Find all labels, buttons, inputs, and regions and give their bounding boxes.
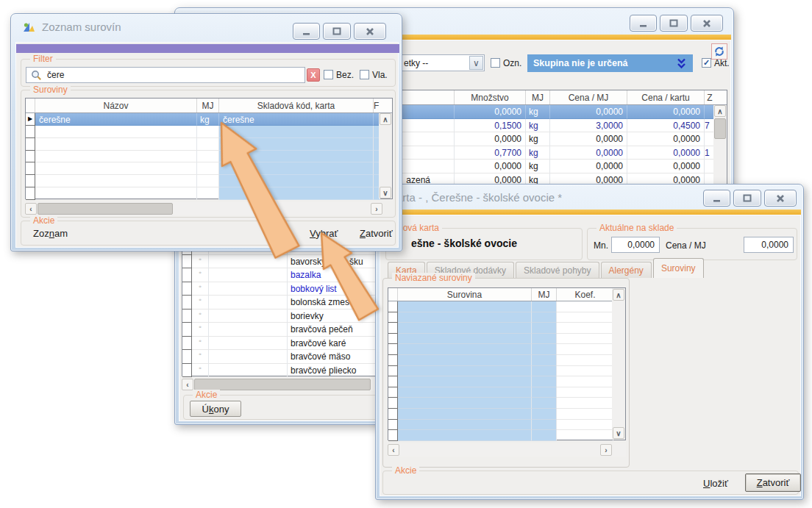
col-nazov[interactable]: Názov — [35, 99, 197, 112]
close-icon — [775, 193, 786, 204]
col-cena-kartu[interactable]: Cena / kartu — [627, 90, 705, 104]
akt-checkbox[interactable]: ✓ — [702, 58, 711, 68]
cell-cena-kartu: 0,4500 — [627, 119, 705, 133]
bullet-icon: ◦ — [192, 350, 209, 364]
col-skladova[interactable]: Skladová kód, karta — [219, 99, 374, 112]
linked-ingredients-group: Naviazané suroviny Surovina MJ Koef. — [382, 278, 630, 468]
cell-cena-mj: 0,0000 — [550, 132, 627, 146]
scroll-up-icon[interactable]: ∧ — [380, 113, 391, 125]
cell-mj: kg — [526, 132, 550, 146]
scrollbar-thumb[interactable] — [38, 203, 173, 215]
filter-search-input[interactable]: čere — [26, 67, 305, 83]
scroll-down-icon[interactable]: ∨ — [380, 187, 391, 198]
scrollbar-thumb[interactable] — [194, 379, 371, 390]
close-icon — [365, 26, 375, 37]
cena-mj-input[interactable]: 0,0000 — [744, 237, 794, 253]
bullet-icon: ◦ — [192, 268, 209, 282]
close-button[interactable] — [764, 190, 797, 207]
cell-cena-kartu: 0,0000 — [627, 160, 705, 173]
table-row-selected[interactable]: ▶ čerešne kg čerešne — [26, 113, 392, 126]
close-window-button[interactable]: Zatvoriť — [745, 473, 801, 492]
filter-group: Filter čere X Bez. Vla. — [21, 59, 396, 87]
scroll-right-icon[interactable]: › — [600, 444, 612, 456]
stock-group: Aktuálne na sklade Mn. 0,0000 Cena / MJ … — [587, 228, 797, 260]
double-chevron-down-icon — [677, 58, 686, 69]
bullet-icon: ◦ — [192, 255, 209, 269]
scroll-left-icon[interactable]: ‹ — [25, 203, 37, 215]
bullet-icon: ◦ — [192, 296, 209, 310]
bez-checkbox[interactable] — [324, 70, 333, 79]
refresh-button[interactable] — [711, 43, 727, 60]
bullet-icon: ◦ — [192, 337, 209, 351]
cell-mnozstvo: 0,7700 — [455, 146, 526, 160]
tab-skladove-pohyby[interactable]: Skladové pohyby — [516, 262, 599, 278]
actions-group: Akcie Uložiť Zatvoriť — [382, 471, 799, 495]
actions-group-label: Akcie — [392, 465, 419, 476]
cell-cena-mj: 0,0000 — [550, 160, 627, 173]
close-button[interactable] — [354, 23, 386, 40]
cell-cena-mj: 0,0000 — [550, 105, 627, 119]
vla-checkbox[interactable] — [360, 70, 369, 79]
close-icon — [702, 18, 712, 29]
col-mj[interactable]: MJ — [526, 90, 550, 104]
combobox-value: etky -- — [404, 58, 428, 68]
scrollbar-thumb[interactable] — [714, 118, 726, 139]
maximize-button[interactable] — [323, 23, 351, 40]
scroll-up-icon[interactable]: ∧ — [613, 289, 624, 301]
maximize-button[interactable] — [660, 15, 688, 32]
window-stock-card-detail: arta - , Čerešne - školské ovocie * dová… — [375, 184, 804, 500]
close-list-button[interactable]: Zatvoriť — [360, 228, 393, 239]
minimize-icon — [712, 193, 722, 204]
clear-filter-button[interactable]: X — [307, 68, 320, 82]
zoznam-button[interactable]: Zoznam — [33, 228, 68, 239]
col-surovina[interactable]: Surovina — [398, 288, 532, 301]
horizontal-scrollbar[interactable]: ‹ › — [25, 202, 382, 215]
group-selector-field[interactable]: Skupina nie je určená — [527, 54, 693, 72]
tab-alergeny[interactable]: Alergény — [601, 262, 652, 278]
combobox-arrow-icon[interactable]: ∨ — [469, 56, 483, 70]
group-selector-value: Skupina nie je určená — [533, 58, 628, 68]
grid-header: Názov MJ Skladová kód, karta F — [26, 99, 392, 113]
app-icon — [22, 21, 36, 35]
minimize-button[interactable] — [703, 190, 730, 207]
orange-accent-bar — [380, 210, 801, 215]
titlebar: arta - , Čerešne - školské ovocie * — [376, 185, 803, 211]
cell-cena-kartu: 0,0000 — [627, 132, 705, 146]
card-group: dová karta ešne - školské ovocie — [385, 228, 583, 260]
vertical-scrollbar[interactable]: ∧ ∨ — [612, 288, 625, 440]
col-mj[interactable]: MJ — [197, 99, 219, 112]
scroll-up-icon[interactable]: ∧ — [714, 105, 726, 117]
cell-mj: kg — [526, 119, 550, 133]
check-icon: ✓ — [703, 58, 710, 67]
maximize-button[interactable] — [733, 190, 761, 207]
close-button[interactable] — [691, 15, 723, 32]
mn-input[interactable]: 0,0000 — [611, 237, 660, 253]
group-filter-combobox[interactable]: etky -- ∨ — [400, 54, 485, 71]
col-koef[interactable]: Koef. — [557, 288, 613, 301]
col-cena-mj[interactable]: Cena / MJ — [550, 90, 627, 104]
scroll-left-icon[interactable]: ‹ — [388, 444, 399, 456]
col-mnozstvo[interactable]: Množstvo — [455, 90, 526, 104]
ozn-checkbox[interactable] — [491, 58, 500, 68]
col-partial[interactable]: F — [374, 99, 380, 112]
cell-cena-kartu: 0,0000 — [627, 146, 705, 160]
bez-checkbox-label: Bez. — [336, 70, 354, 80]
scroll-left-icon[interactable]: ‹ — [182, 379, 193, 390]
horizontal-scrollbar[interactable]: ‹ › — [388, 443, 626, 457]
col-z[interactable]: Z — [705, 90, 715, 104]
refresh-icon — [713, 46, 725, 57]
col-mj[interactable]: MJ — [532, 288, 557, 301]
grid-header: Surovina MJ Koef. — [388, 288, 625, 301]
scroll-down-icon[interactable]: ∨ — [613, 427, 624, 439]
bullet-icon: ◦ — [192, 364, 209, 378]
maximize-icon — [669, 18, 679, 29]
minimize-button[interactable] — [630, 15, 657, 32]
scroll-right-icon[interactable]: › — [371, 203, 382, 215]
tab-suroviny[interactable]: Suroviny — [653, 258, 704, 278]
cell-cena-kartu: 0,0000 — [627, 105, 705, 119]
cell-mj: kg — [526, 146, 550, 160]
save-button[interactable]: Uložiť — [703, 478, 728, 489]
minimize-button[interactable] — [293, 23, 320, 40]
vertical-scrollbar[interactable]: ∧ ∨ — [379, 113, 392, 198]
ukony-button[interactable]: Úkony — [190, 401, 241, 417]
